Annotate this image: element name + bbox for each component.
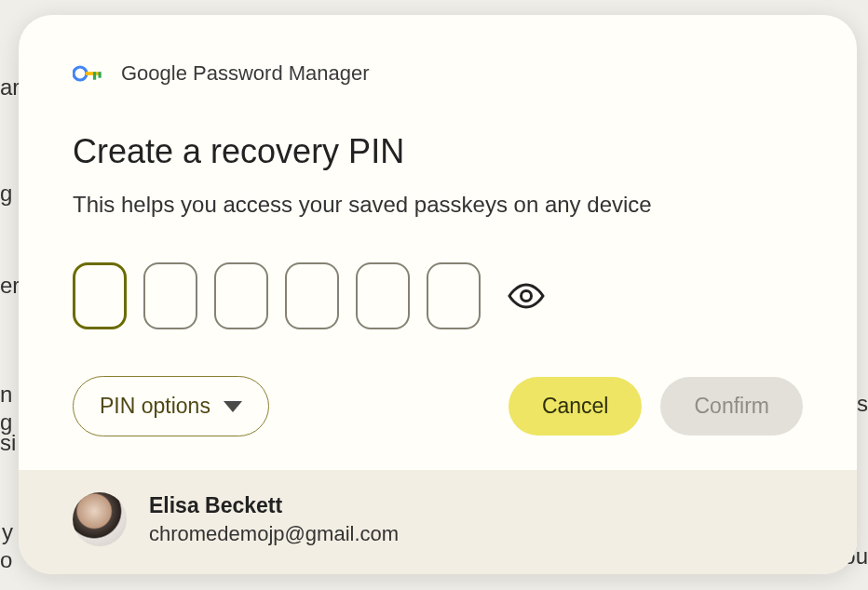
svg-rect-1 xyxy=(86,72,100,75)
backdrop-text: g xyxy=(0,181,12,207)
account-name: Elisa Beckett xyxy=(149,493,399,518)
pin-input-row xyxy=(73,262,803,329)
toggle-visibility-icon[interactable] xyxy=(507,276,546,315)
pin-options-button[interactable]: PIN options xyxy=(73,376,269,436)
dialog-body: Google Password Manager Create a recover… xyxy=(19,15,857,470)
svg-point-0 xyxy=(74,67,87,80)
account-text: Elisa Beckett chromedemojp@gmail.com xyxy=(149,493,399,546)
account-email: chromedemojp@gmail.com xyxy=(149,522,399,546)
pin-digit-2[interactable] xyxy=(143,262,197,329)
dialog-subtitle: This helps you access your saved passkey… xyxy=(73,192,803,218)
avatar xyxy=(73,492,127,546)
brand-row: Google Password Manager xyxy=(73,61,803,86)
google-password-manager-icon xyxy=(73,65,104,82)
actions-row: PIN options Cancel Confirm xyxy=(73,376,803,436)
backdrop-text: ar xyxy=(0,74,20,101)
svg-rect-3 xyxy=(99,72,102,78)
backdrop-text: er xyxy=(0,273,20,299)
pin-digit-1[interactable] xyxy=(73,262,127,329)
account-footer: Elisa Beckett chromedemojp@gmail.com xyxy=(19,470,857,574)
recovery-pin-dialog: Google Password Manager Create a recover… xyxy=(19,15,857,574)
dialog-title: Create a recovery PIN xyxy=(73,132,803,171)
pin-options-label: PIN options xyxy=(100,394,210,419)
backdrop-text: o xyxy=(0,547,12,573)
svg-point-4 xyxy=(522,291,532,302)
right-actions: Cancel Confirm xyxy=(509,377,803,436)
svg-rect-2 xyxy=(93,72,96,80)
brand-label: Google Password Manager xyxy=(121,61,370,86)
backdrop-text: si xyxy=(0,430,16,456)
backdrop-text: y xyxy=(2,519,13,545)
pin-digit-5[interactable] xyxy=(356,262,410,329)
pin-digit-3[interactable] xyxy=(214,262,268,329)
pin-digit-4[interactable] xyxy=(285,262,339,329)
pin-digit-6[interactable] xyxy=(427,262,481,329)
cancel-button[interactable]: Cancel xyxy=(509,377,643,436)
chevron-down-icon xyxy=(224,401,242,412)
confirm-button: Confirm xyxy=(660,377,803,436)
